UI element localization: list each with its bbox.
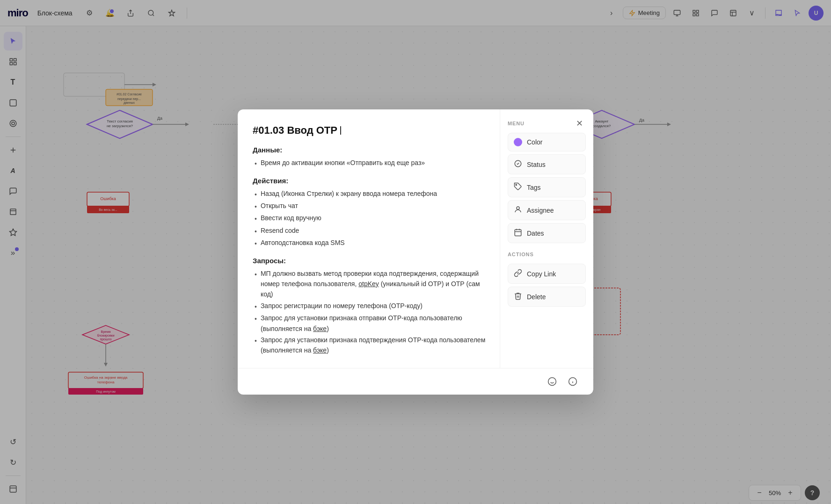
section-label-2: Запросы: — [253, 257, 487, 265]
section-label-1: Действия: — [253, 177, 487, 185]
modal-body: #01.03 Ввод ОТР Данные: • Время до актив… — [238, 109, 593, 367]
bullet-item: • МП должно вызвать метод проверки кода … — [255, 268, 487, 300]
bullet-text: Запрос регистрации по номеру телефона (О… — [261, 301, 423, 311]
beke-underline-1: бэке — [313, 325, 327, 332]
modal-sidebar: MENU Color Status Tags — [500, 109, 593, 367]
bullet-item: • Ввести код вручную — [255, 213, 487, 224]
bullet-dot: • — [255, 336, 257, 346]
otpkey-underline: otpKey — [358, 280, 379, 288]
bullet-text: МП должно вызвать метод проверки кода по… — [261, 268, 487, 300]
bullet-dot: • — [255, 314, 257, 324]
color-circle-icon — [514, 138, 522, 146]
bullet-dot: • — [255, 214, 257, 224]
bullet-text: Ввести код вручную — [261, 213, 321, 223]
bullet-dot: • — [255, 226, 257, 237]
tags-icon — [514, 182, 522, 192]
beke-underline-2: бэке — [313, 346, 327, 354]
status-icon — [514, 159, 522, 169]
actions-label: ACTIONS — [508, 252, 586, 257]
bullet-item: • Открыть чат — [255, 201, 487, 212]
bullet-dot: • — [255, 269, 257, 280]
dates-icon — [514, 228, 522, 238]
status-label: Status — [527, 161, 546, 168]
assignee-label: Assignee — [527, 207, 554, 214]
svg-point-70 — [516, 184, 517, 185]
color-button[interactable]: Color — [508, 133, 586, 151]
copy-link-label: Copy Link — [527, 270, 556, 278]
bullet-dot: • — [255, 238, 257, 249]
color-label: Color — [527, 138, 542, 146]
modal-close-button[interactable]: ✕ — [572, 116, 587, 131]
modal-content: #01.03 Ввод ОТР Данные: • Время до актив… — [238, 109, 500, 367]
bullet-item: • Запрос для установки признака подтверж… — [255, 335, 487, 356]
link-icon — [514, 269, 522, 279]
bullet-item: • Автоподстановка кода SMS — [255, 238, 487, 249]
info-footer-button[interactable] — [565, 374, 580, 389]
bullet-text: Время до активации кнопки «Отправить код… — [261, 158, 425, 168]
bullet-item: • Resend code — [255, 225, 487, 237]
bullet-text: Автоподстановка кода SMS — [261, 238, 345, 248]
bullet-text: Запрос для установки признака отправки О… — [261, 313, 487, 334]
bullet-item: • Запрос регистрации по номеру телефона … — [255, 301, 487, 312]
dates-button[interactable]: Dates — [508, 223, 586, 243]
status-button[interactable]: Status — [508, 154, 586, 174]
bullet-dot: • — [255, 189, 257, 200]
bullet-item: • Время до активации кнопки «Отправить к… — [255, 158, 487, 169]
modal-overlay[interactable]: ✕ #01.03 Ввод ОТР Данные: • Время до акт… — [0, 0, 831, 504]
card-modal: ✕ #01.03 Ввод ОТР Данные: • Время до акт… — [238, 109, 593, 394]
modal-title: #01.03 Ввод ОТР — [253, 124, 487, 137]
bullet-text: Назад (Иконка Стрелки) к экрану ввода но… — [261, 188, 437, 199]
dates-label: Dates — [527, 230, 544, 237]
bullet-dot: • — [255, 158, 257, 169]
bullet-dot: • — [255, 302, 257, 312]
bullet-item: • Запрос для установки признака отправки… — [255, 313, 487, 334]
section-0-list: • Время до активации кнопки «Отправить к… — [253, 158, 487, 169]
svg-point-71 — [517, 207, 519, 209]
section-1-list: • Назад (Иконка Стрелки) к экрану ввода … — [253, 188, 487, 249]
assignee-button[interactable]: Assignee — [508, 200, 586, 220]
trash-icon — [514, 292, 522, 302]
bullet-text: Открыть чат — [261, 201, 298, 211]
delete-label: Delete — [527, 293, 546, 301]
bullet-item: • Назад (Иконка Стрелки) к экрану ввода … — [255, 188, 487, 200]
tags-button[interactable]: Tags — [508, 177, 586, 197]
comment-footer-button[interactable] — [545, 374, 560, 389]
modal-footer — [238, 368, 593, 395]
bullet-dot: • — [255, 202, 257, 212]
bullet-text: Запрос для установки признака подтвержде… — [261, 335, 487, 356]
delete-button[interactable]: Delete — [508, 287, 586, 307]
svg-point-76 — [548, 377, 556, 385]
copy-link-button[interactable]: Copy Link — [508, 264, 586, 284]
assignee-icon — [514, 205, 522, 215]
bullet-text: Resend code — [261, 225, 299, 236]
tags-label: Tags — [527, 184, 541, 191]
svg-rect-72 — [515, 230, 521, 236]
section-2-list: • МП должно вызвать метод проверки кода … — [253, 268, 487, 356]
section-label-0: Данные: — [253, 146, 487, 154]
text-cursor — [340, 126, 341, 135]
